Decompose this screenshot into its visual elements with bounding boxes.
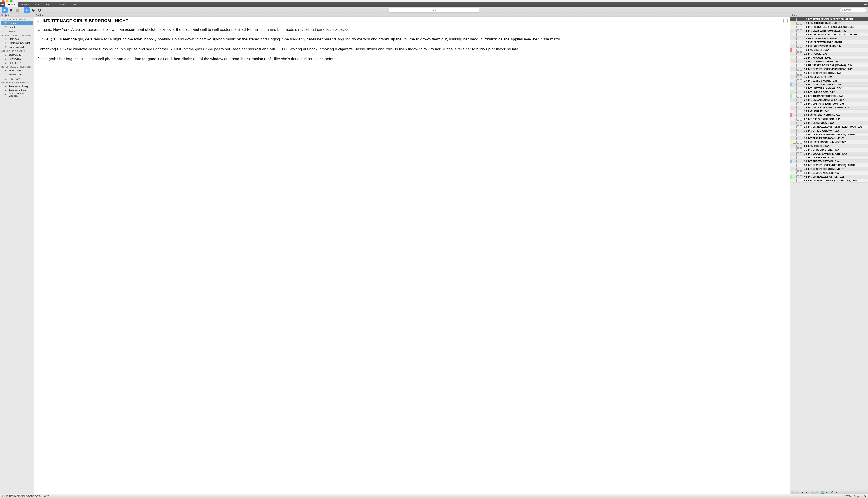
- document-title-box[interactable]: ⓘ Thriller: [389, 8, 479, 13]
- step-row[interactable]: 41.INT. JESSE'S KITCHEN - NIGHT: [790, 171, 868, 175]
- step-row[interactable]: 16.EXT. CEMETERY - DAY: [790, 75, 868, 79]
- step-row[interactable]: 19.INT. UPSTAIRS LANDING - DAY: [790, 87, 868, 90]
- step-row[interactable]: 3.INT. HIP-HOP CLUB - EAST VILLAGE - NIG…: [790, 25, 868, 29]
- step-row[interactable]: 12.INT. QUEENS HOSPITAL - DAY: [790, 60, 868, 64]
- remove-step-button[interactable]: －: [795, 491, 798, 494]
- search-input[interactable]: Search: [840, 8, 866, 12]
- scene-paragraph[interactable]: JESSE (16), a teenage girl, gets ready f…: [38, 37, 787, 42]
- app-menu-icon[interactable]: [1, 4, 4, 5]
- step-row[interactable]: 4.INT. CLUB BATHROOM STALL - NIGHT: [790, 29, 868, 33]
- color-swatch-button[interactable]: [821, 491, 824, 494]
- step-row[interactable]: 37.INT. COFFEE SHOP - DAY: [790, 156, 868, 159]
- contrast-theme-button[interactable]: [37, 8, 42, 13]
- step-row[interactable]: 28.INT. CLASSROOM - DAY: [790, 121, 868, 125]
- page-view-button[interactable]: [14, 8, 20, 13]
- right-menu-icon[interactable]: [864, 4, 867, 5]
- nav-item-outline[interactable]: Outline: [1, 21, 34, 25]
- step-row[interactable]: 14.INT. JESSE'S HOUSE (RECEPTION) - DAY: [790, 67, 868, 71]
- scene-paragraph[interactable]: Jesse grabs her bag, chucks in her cell …: [38, 56, 787, 62]
- step-row[interactable]: 39.INT. JESSE'S HOUSE (BATHROOM) - NIGHT: [790, 163, 868, 167]
- step-icons: [792, 83, 803, 86]
- menu-tools[interactable]: Tools: [68, 2, 80, 6]
- step-row[interactable]: 27.INT. GIRLS' BATHROOM - DAY: [790, 117, 868, 121]
- nav-item-character-spotlight[interactable]: Character Spotlight: [0, 41, 34, 45]
- step-title: INT. EVE'S BEDROOM - CONTINUOUS: [808, 106, 868, 109]
- settings-gear-button[interactable]: ⚙: [831, 491, 834, 494]
- step-row[interactable]: 31.INT. JESSE'S HOUSE (BATHROOM) - NIGHT: [790, 133, 868, 136]
- step-number: 32.: [803, 137, 808, 140]
- step-row[interactable]: 2.EXT. JESSE'S HOUSE - NIGHT: [790, 21, 868, 25]
- step-row[interactable]: 8.EXT. ALLEY POND PARK - DAY: [790, 44, 868, 48]
- step-row[interactable]: 36.INT. CHUCK'S AUTO REPAIRS - DAY: [790, 152, 868, 156]
- light-theme-button[interactable]: [24, 8, 30, 13]
- step-row[interactable]: 22.INT. UNFAMILIAR KITCHEN - DAY: [790, 98, 868, 102]
- step-row[interactable]: 21.INT. THERAPIST'S OFFICE - DAY: [790, 94, 868, 98]
- close-window-button[interactable]: [2, 0, 4, 2]
- nav-item-title-page[interactable]: Title Page: [0, 77, 34, 81]
- step-row[interactable]: 38.INT. SUBWAY STATION - DAY: [790, 159, 868, 163]
- nav-item-screenwriting-glossary[interactable]: Screenwriting Glossary: [0, 92, 34, 96]
- step-row[interactable]: 7.EXT. DESERTED ROAD - NIGHT: [790, 40, 868, 44]
- nav-item-reference-library[interactable]: Reference Library: [0, 84, 34, 88]
- step-row[interactable]: 25.EXT. STREET - DAY: [790, 109, 868, 114]
- minimize-window-button[interactable]: [6, 0, 9, 2]
- step-row[interactable]: 17.INT. JESSE'S HOUSE - DAY: [790, 79, 868, 83]
- step-row[interactable]: 30.INT. OFFICE HALLWAY - DAY: [790, 129, 868, 133]
- step-icons: [792, 141, 803, 144]
- step-row[interactable]: 11.INT. KITCHEN - SAME: [790, 56, 868, 60]
- menu-project[interactable]: Project: [18, 2, 32, 6]
- move-up-button[interactable]: ▲: [801, 491, 804, 494]
- step-card-icon: [800, 26, 802, 28]
- color-dropdown-icon[interactable]: ▾: [825, 491, 828, 494]
- move-down-button[interactable]: ▼: [805, 491, 808, 494]
- scene-menu-button[interactable]: ⋯: [783, 19, 788, 23]
- step-row[interactable]: 13.I/E. JESSE'S DAD'S CAR (MOVING) - DAY: [790, 64, 868, 67]
- settings-dropdown-icon[interactable]: ▾: [835, 491, 838, 494]
- nav-item-name-wizard[interactable]: Name Wizard: [0, 45, 34, 49]
- dark-theme-button[interactable]: [30, 8, 36, 13]
- menu-home[interactable]: Home: [5, 2, 18, 6]
- step-row[interactable]: 15.INT. JESSE'S BEDROOM - DAY: [790, 71, 868, 75]
- step-row[interactable]: 23.INT. UPSTAIRS BATHROOM - DAY: [790, 102, 868, 106]
- scene-heading[interactable]: INT. TEENAGE GIRL'S BEDROOM - NIGHT: [42, 18, 128, 23]
- step-row[interactable]: 29.INT. DR. ROSALES' OFFICE (PRESENT DAY…: [790, 125, 868, 129]
- step-row[interactable]: 18.INT. JESSE'S BEDROOM - DAY: [790, 83, 868, 87]
- book-view-button[interactable]: [8, 8, 14, 13]
- step-row[interactable]: 26.EXT. SCHOOL CAMPUS - DAY: [790, 114, 868, 117]
- nav-item-story-tasks[interactable]: Story Tasks: [0, 68, 34, 73]
- step-row[interactable]: 35.INT. GROCERY STORE - DAY: [790, 148, 868, 152]
- step-row[interactable]: 6.I/E. CAB (MOVING) - NIGHT: [790, 37, 868, 40]
- svg-rect-16: [4, 27, 6, 27]
- step-row[interactable]: 40.INT. JESSE'S BEDROOM - NIGHT: [790, 167, 868, 171]
- step-row[interactable]: 32.INT. JESSE'S BEDROOM - NIGHT: [790, 136, 868, 140]
- step-row[interactable]: 20.INT. LIVING ROOM - DAY: [790, 90, 868, 94]
- step-row[interactable]: 1.INT. TEENAGE GIRL'S BEDROOM - NIGHT: [790, 17, 868, 21]
- step-row[interactable]: 33.EXT. ENGLEWOOD, NJ - NEXT DAY: [790, 140, 868, 144]
- zoom-level[interactable]: 200%▾: [844, 495, 851, 498]
- step-row[interactable]: 5.EXT. HIP-HOP CLUB - EAST VILLAGE - NIG…: [790, 33, 868, 37]
- add-step-button[interactable]: ＋: [791, 491, 794, 494]
- scene-paragraph[interactable]: Queens, New York. A typical teenager's l…: [38, 27, 787, 32]
- nav-item-feelfactor[interactable]: FeelFactor: [0, 61, 34, 65]
- nav-item-story-arc[interactable]: Story Arc: [0, 37, 34, 41]
- zoom-out-button[interactable]: 🔎: [815, 491, 818, 494]
- nav-item-step-cards[interactable]: Step Cards: [0, 53, 34, 57]
- step-row[interactable]: 9.EXT. STREET - DAY: [790, 48, 868, 52]
- step-row[interactable]: 10.INT. HOUSE - DAY: [790, 52, 868, 56]
- step-row[interactable]: 24.INT. EVE'S BEDROOM - CONTINUOUS: [790, 106, 868, 109]
- menu-edit[interactable]: Edit: [32, 2, 43, 6]
- menu-style[interactable]: Style: [43, 2, 54, 6]
- scene-body[interactable]: Queens, New York. A typical teenager's l…: [34, 25, 790, 494]
- maximize-window-button[interactable]: [10, 0, 13, 2]
- nav-item-notes[interactable]: Notes: [0, 29, 34, 33]
- nav-item-powerview[interactable]: PowerView: [0, 57, 34, 61]
- step-row[interactable]: 42.INT. DR. ROSALES' OFFICE - DAY: [790, 175, 868, 179]
- zoom-in-button[interactable]: 🔍: [811, 491, 814, 494]
- step-row[interactable]: 43.EXT. SCHOOL CAMPUS (PARKING LOT) - DA…: [790, 179, 868, 183]
- nav-item-scratch-pad[interactable]: Scratch Pad: [0, 73, 34, 77]
- video-view-button[interactable]: [2, 8, 8, 13]
- nav-item-script[interactable]: Script: [0, 25, 34, 29]
- scene-paragraph[interactable]: Something HITS the window! Jesse turns r…: [38, 47, 787, 52]
- step-row[interactable]: 34.EXT. STREET - DAY: [790, 144, 868, 148]
- menu-layout[interactable]: Layout: [54, 2, 68, 6]
